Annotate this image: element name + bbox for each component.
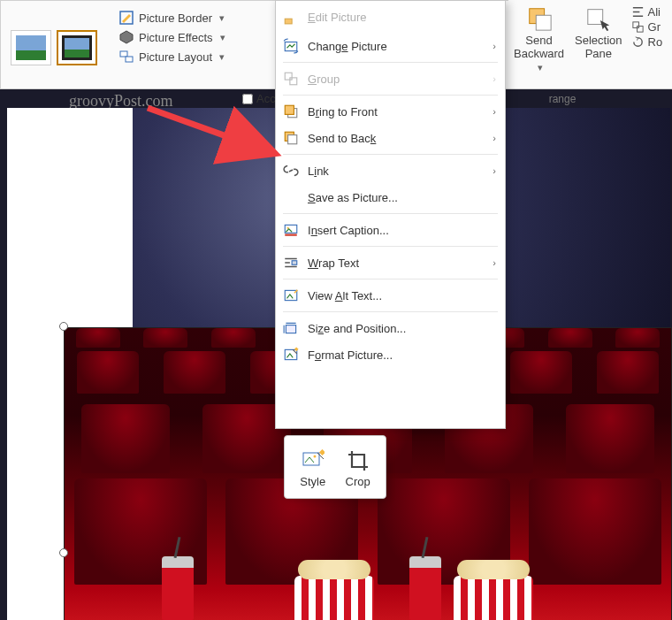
group-button[interactable]: Gr — [631, 20, 672, 34]
ribbon-arrange-group: Send Backward▾ Selection Pane Ali Gr Ro — [508, 0, 672, 89]
style-icon — [302, 449, 325, 472]
svg-rect-3 — [126, 57, 133, 62]
send-backward-button[interactable]: Send Backward▾ — [508, 0, 569, 88]
group-icon — [283, 71, 299, 87]
menu-size-and-position[interactable]: Size and Position... — [276, 315, 505, 341]
selection-pane-button[interactable]: Selection Pane — [569, 0, 627, 88]
format-picture-icon — [283, 347, 299, 363]
svg-point-27 — [313, 455, 316, 458]
align-button[interactable]: Ali — [631, 5, 672, 19]
picture-styles-gallery[interactable] — [1, 1, 107, 88]
svg-rect-9 — [285, 19, 292, 24]
ribbon-group-label-arrange: range — [509, 93, 615, 105]
link-icon — [283, 163, 299, 179]
menu-view-alt-text[interactable]: View Alt Text... — [276, 282, 505, 309]
svg-rect-5 — [536, 15, 551, 30]
size-position-icon — [283, 320, 299, 336]
effects-icon — [119, 30, 134, 44]
group-icon — [631, 20, 645, 34]
submenu-arrow-icon: › — [493, 73, 496, 84]
wrap-text-icon — [283, 255, 299, 271]
svg-rect-22 — [286, 325, 295, 333]
picture-mini-toolbar: Style Crop — [284, 435, 386, 499]
menu-change-picture[interactable]: Change Picture › — [276, 33, 505, 59]
submenu-arrow-icon: › — [493, 41, 496, 51]
rotate-button[interactable]: Ro — [631, 35, 672, 49]
selection-pane-icon — [585, 5, 612, 32]
accessibility-checkbox[interactable]: Acc — [242, 92, 276, 105]
change-picture-icon — [283, 38, 299, 54]
insert-caption-icon — [283, 222, 299, 238]
selection-handle[interactable] — [59, 322, 68, 331]
menu-bring-to-front[interactable]: Bring to Front › — [276, 98, 505, 125]
picture-style-thumb-selected[interactable] — [57, 30, 97, 65]
layout-icon — [119, 50, 134, 64]
svg-rect-12 — [290, 78, 297, 85]
submenu-arrow-icon: › — [493, 257, 496, 268]
send-backward-icon — [526, 5, 553, 32]
picture-context-menu: Edit Picture Change Picture › Group › Br… — [275, 0, 506, 429]
submenu-arrow-icon: › — [493, 165, 496, 176]
svg-rect-2 — [120, 51, 127, 57]
svg-rect-19 — [285, 234, 297, 236]
menu-format-picture[interactable]: Format Picture... — [276, 341, 505, 368]
align-icon — [631, 5, 645, 19]
submenu-arrow-icon: › — [493, 106, 496, 117]
submenu-arrow-icon: › — [493, 133, 496, 143]
menu-group: Group › — [276, 65, 505, 92]
svg-rect-16 — [288, 135, 297, 144]
pencil-border-icon — [119, 11, 134, 25]
svg-rect-20 — [292, 261, 297, 265]
svg-marker-1 — [120, 31, 133, 43]
menu-send-to-back[interactable]: Send to Back › — [276, 125, 505, 151]
menu-wrap-text[interactable]: Wrap Text › — [276, 249, 505, 276]
bring-to-front-icon — [283, 103, 299, 119]
svg-rect-28 — [319, 449, 325, 455]
menu-link[interactable]: Link › — [276, 157, 505, 184]
mini-style-button[interactable]: Style — [300, 449, 325, 488]
alt-text-icon — [283, 287, 299, 303]
rotate-icon — [631, 35, 645, 49]
mini-crop-button[interactable]: Crop — [346, 449, 370, 488]
menu-save-as-picture[interactable]: Save as Picture... — [276, 184, 505, 210]
menu-edit-picture: Edit Picture — [276, 1, 505, 33]
crop-icon — [347, 449, 370, 472]
svg-rect-7 — [632, 22, 638, 28]
svg-rect-8 — [637, 27, 643, 33]
menu-insert-caption[interactable]: Insert Caption... — [276, 217, 505, 243]
svg-rect-11 — [285, 73, 292, 80]
picture-style-thumb[interactable] — [11, 30, 51, 65]
svg-rect-6 — [588, 10, 603, 25]
selection-handle[interactable] — [59, 548, 68, 557]
svg-rect-14 — [285, 105, 294, 114]
placeholder-icon — [283, 9, 299, 25]
send-to-back-icon — [283, 130, 299, 146]
